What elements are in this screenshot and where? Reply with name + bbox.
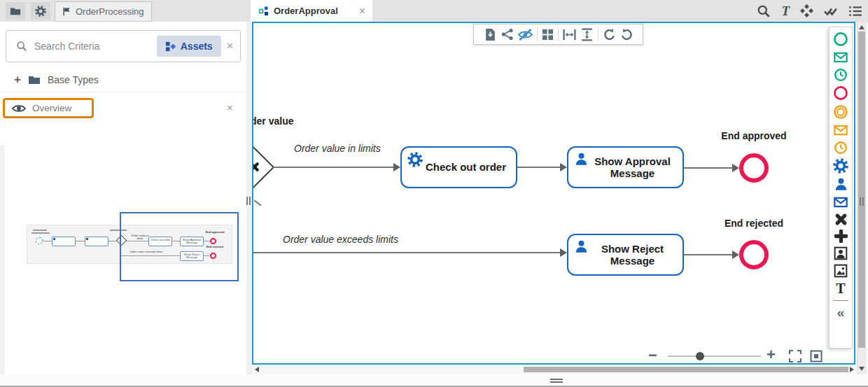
service-task-gear-icon[interactable] xyxy=(833,158,848,174)
participant-portrait-icon[interactable] xyxy=(834,246,848,260)
overview-close-icon[interactable]: × xyxy=(227,102,233,113)
message-intermediate-event-icon[interactable] xyxy=(834,123,848,137)
message-task-icon[interactable] xyxy=(834,195,848,209)
intermediate-event-icon[interactable] xyxy=(833,104,848,120)
sequence-flow-line[interactable] xyxy=(273,167,395,168)
exclusive-gateway-icon[interactable] xyxy=(834,213,848,226)
redo-icon[interactable] xyxy=(620,28,634,41)
assets-filter-button[interactable]: Assets xyxy=(157,36,221,57)
task-show-approval-message[interactable]: Show Approval Message xyxy=(567,146,684,188)
user-task-icon[interactable] xyxy=(834,177,848,192)
overview-label: Overview xyxy=(32,103,71,113)
vertical-scrollbar-thumb[interactable] xyxy=(858,31,865,348)
merge-diamonds-icon[interactable] xyxy=(800,4,813,17)
task-label: Show Approval Message xyxy=(588,155,677,180)
scroll-up-icon[interactable] xyxy=(859,25,864,29)
top-right-toolbar: T xyxy=(757,0,862,22)
match-width-icon[interactable] xyxy=(563,28,576,41)
export-download-icon[interactable] xyxy=(484,28,497,41)
top-header: OrderProcessing OrderApproval × T xyxy=(0,0,868,22)
end-event-rejected[interactable] xyxy=(739,240,769,269)
search-bar: Assets × xyxy=(6,30,241,62)
palette-divider xyxy=(833,300,848,301)
timer-start-event-icon[interactable] xyxy=(834,68,848,82)
overview-panel-header[interactable]: Overview xyxy=(3,98,94,118)
scroll-left-icon[interactable] xyxy=(255,367,259,372)
zoom-slider-knob[interactable] xyxy=(696,352,704,360)
match-height-icon[interactable] xyxy=(580,28,594,41)
text-tool-icon[interactable]: T xyxy=(781,4,790,17)
sequence-flow-line[interactable] xyxy=(684,167,733,169)
search-icon[interactable] xyxy=(757,4,771,18)
zoom-out-button[interactable]: − xyxy=(648,348,657,363)
validate-double-check-icon[interactable] xyxy=(824,4,838,18)
settings-button[interactable] xyxy=(31,2,50,20)
scroll-down-icon[interactable] xyxy=(859,367,864,371)
end-approved-label: End approved xyxy=(701,130,806,141)
flow-label-exceeds: Order value exceeds limits xyxy=(283,234,398,245)
sequence-flow-line[interactable] xyxy=(684,254,733,255)
symbol-palette: T « xyxy=(829,27,853,349)
floating-toolbar xyxy=(473,24,643,45)
task-check-out-order[interactable]: Check out order xyxy=(400,146,517,188)
base-types-label: Base Types xyxy=(48,74,99,85)
sequence-flow-line[interactable] xyxy=(517,167,561,168)
folder-icon xyxy=(28,73,41,86)
tab-close-icon[interactable]: × xyxy=(359,6,365,17)
search-input[interactable] xyxy=(33,40,151,52)
undo-icon[interactable] xyxy=(603,28,616,41)
tab-orderapproval[interactable]: OrderApproval × xyxy=(251,0,372,22)
text-annotation-icon[interactable]: T xyxy=(836,281,845,295)
collapse-palette-icon[interactable]: « xyxy=(837,306,845,319)
end-event-icon[interactable] xyxy=(833,85,848,101)
minimap-start-event xyxy=(36,237,43,244)
scroll-right-icon[interactable] xyxy=(850,367,854,372)
image-icon[interactable] xyxy=(834,264,848,278)
share-icon[interactable] xyxy=(501,28,514,41)
fit-screen-corners-icon[interactable] xyxy=(789,350,802,363)
zoom-in-button[interactable]: + xyxy=(766,347,776,363)
start-event-icon[interactable] xyxy=(833,31,848,47)
expand-plus-icon[interactable]: + xyxy=(14,73,21,87)
message-start-event-icon[interactable] xyxy=(834,50,848,64)
eye-icon xyxy=(12,101,26,115)
sequence-flow-line[interactable] xyxy=(253,252,561,253)
model-icon xyxy=(62,7,71,16)
right-splitter-grip[interactable] xyxy=(860,197,864,206)
gear-icon xyxy=(35,6,46,17)
folder-icon xyxy=(10,6,21,17)
horizontal-scrollbar-thumb[interactable] xyxy=(524,367,848,372)
task-show-reject-message[interactable]: Show Reject Message xyxy=(567,234,684,276)
arrowhead xyxy=(560,248,567,257)
splitter-grip[interactable] xyxy=(246,197,251,205)
project-tab[interactable]: OrderProcessing xyxy=(55,1,152,22)
hide-eye-off-icon[interactable] xyxy=(518,27,533,42)
gateway-label-clipped: der value xyxy=(252,115,293,127)
assets-icon xyxy=(165,41,176,52)
bottom-splitter-grip[interactable] xyxy=(550,379,563,383)
arrowhead xyxy=(732,164,739,172)
minimap-label-blur xyxy=(33,230,47,231)
parallel-gateway-icon[interactable] xyxy=(834,230,848,243)
diagram-canvas[interactable]: der value Order value in limits Check ou… xyxy=(252,22,855,365)
diagram-tab-icon xyxy=(259,6,269,16)
search-clear-icon[interactable]: × xyxy=(227,41,233,52)
layout-grid-icon[interactable] xyxy=(542,29,554,41)
folder-button[interactable] xyxy=(6,2,25,20)
minimap-task xyxy=(52,237,76,246)
sidebar-gutter xyxy=(0,145,5,387)
fit-selection-icon[interactable] xyxy=(810,350,822,363)
list-menu-icon[interactable] xyxy=(848,4,862,18)
minimap-viewport-rect[interactable] xyxy=(120,212,239,281)
toolbar-separator xyxy=(558,27,559,41)
search-icon xyxy=(16,41,27,52)
end-event-approved[interactable] xyxy=(739,153,769,183)
assets-label: Assets xyxy=(181,41,213,52)
timer-intermediate-event-icon[interactable] xyxy=(834,141,848,155)
gateway-x-icon xyxy=(252,162,260,172)
zoom-slider-track[interactable] xyxy=(668,356,761,357)
tree-item-base-types[interactable]: + Base Types xyxy=(14,71,99,89)
toolbar-separator xyxy=(598,27,598,41)
left-splitter[interactable] xyxy=(246,22,252,386)
minimap-label-blur xyxy=(31,232,50,234)
